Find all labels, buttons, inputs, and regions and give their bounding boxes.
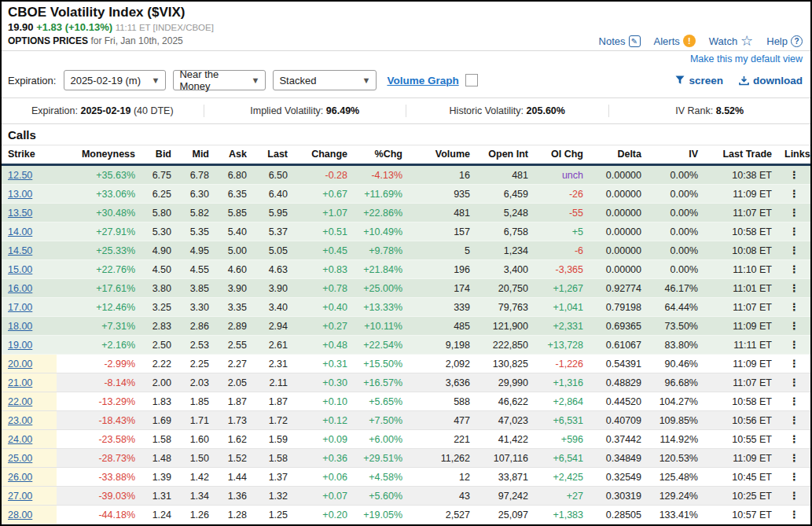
last-price: 19.90 [8,21,34,33]
moneyness-select-value: Near the Money [179,68,243,92]
open-int-cell: 41,422 [476,430,535,449]
strike-link[interactable]: 21.00 [8,377,32,388]
row-menu-kebab-icon[interactable]: ⋮ [789,169,799,181]
bid-cell: 1.24 [141,506,178,524]
pct-chg-cell: +25.00% [354,279,409,298]
strike-link: 16.00 [2,279,57,298]
strike-link[interactable]: 19.00 [8,340,32,351]
moneyness-cell: -13.29% [57,392,141,411]
column-header-iv[interactable]: IV [648,145,704,165]
volume-graph-checkbox[interactable] [465,74,478,86]
links-cell: ⋮ [778,430,810,449]
column-header-delta[interactable]: Delta [590,145,648,165]
strike-link[interactable]: 24.00 [8,434,32,445]
ask-cell: 3.90 [215,279,253,298]
help-button[interactable]: Help ? [766,35,803,47]
pct-chg-cell: +16.57% [354,373,409,392]
row-menu-kebab-icon[interactable]: ⋮ [789,226,799,237]
strike-link: 14.00 [2,223,57,241]
bid-cell: 1.39 [141,468,178,487]
strike-link[interactable]: 12.50 [8,170,32,181]
row-menu-kebab-icon[interactable]: ⋮ [789,188,799,200]
row-menu-kebab-icon[interactable]: ⋮ [789,452,799,464]
row-menu-kebab-icon[interactable]: ⋮ [789,490,799,502]
column-header-last_trade[interactable]: Last Trade [704,145,778,165]
column-header-change[interactable]: Change [294,145,354,165]
bid-cell: 3.80 [141,279,178,298]
strike-link[interactable]: 23.00 [8,415,32,426]
row-menu-kebab-icon[interactable]: ⋮ [789,207,799,219]
oi-chg-cell: unch [535,165,590,185]
column-header-bid[interactable]: Bid [141,145,178,165]
strike-link[interactable]: 16.00 [8,283,32,294]
expiration-select[interactable]: 2025-02-19 (m) ▼ [64,70,166,90]
view-select[interactable]: Stacked ▼ [273,70,377,90]
watch-button[interactable]: Watch ☆ [709,35,754,47]
strike-link[interactable]: 26.00 [8,472,32,483]
moneyness-select[interactable]: Near the Money ▼ [173,70,266,90]
links-cell: ⋮ [778,411,810,430]
strike-link: 25.00 [2,449,57,468]
column-header-pct_chg[interactable]: %Chg [354,145,409,165]
row-menu-kebab-icon[interactable]: ⋮ [789,282,799,294]
volume-cell: 935 [409,185,476,204]
mid-cell: 3.30 [178,298,215,317]
strike-link[interactable]: 20.00 [8,359,32,370]
moneyness-cell: -39.03% [57,487,141,506]
volume-graph-link[interactable]: Volume Graph [387,75,458,86]
row-menu-kebab-icon[interactable]: ⋮ [789,471,799,483]
strike-link[interactable]: 28.00 [8,509,32,520]
column-header-strike[interactable]: Strike [2,145,57,165]
strike-link[interactable]: 13.50 [8,208,32,219]
iv-cell: 120.53% [648,449,704,468]
column-header-oi_chg[interactable]: OI Chg [535,145,590,165]
notes-button[interactable]: Notes ✎ [599,35,641,47]
default-view-link[interactable]: Make this my default view [690,53,803,64]
row-menu-kebab-icon[interactable]: ⋮ [789,395,799,407]
column-header-last[interactable]: Last [253,145,294,165]
strike-link[interactable]: 14.00 [8,226,32,237]
strike-link[interactable]: 15.00 [8,264,32,275]
ask-cell: 1.62 [215,430,253,449]
summary-hv-value: 205.60% [527,105,565,116]
row-menu-kebab-icon[interactable]: ⋮ [789,339,799,351]
row-menu-kebab-icon[interactable]: ⋮ [789,320,799,332]
column-header-moneyness[interactable]: Moneyness [57,145,141,165]
strike-link[interactable]: 14.50 [8,245,32,256]
strike-link[interactable]: 13.00 [8,189,32,200]
strike-link[interactable]: 22.00 [8,396,32,407]
strike-link[interactable]: 17.00 [8,302,32,313]
row-menu-kebab-icon[interactable]: ⋮ [789,433,799,445]
column-header-open_int[interactable]: Open Int [476,145,535,165]
column-header-volume[interactable]: Volume [409,145,476,165]
row-menu-kebab-icon[interactable]: ⋮ [789,263,799,275]
strike-link[interactable]: 18.00 [8,321,32,332]
row-menu-kebab-icon[interactable]: ⋮ [789,245,799,256]
column-header-ask[interactable]: Ask [215,145,253,165]
pct-chg-cell: +22.86% [354,204,409,223]
mid-cell: 1.34 [178,487,215,506]
moneyness-cell: -23.58% [57,430,141,449]
alerts-button[interactable]: Alerts ! [654,35,696,47]
volume-cell: 485 [409,317,476,336]
column-header-mid[interactable]: Mid [178,145,215,165]
row-menu-kebab-icon[interactable]: ⋮ [789,301,799,313]
row-menu-kebab-icon[interactable]: ⋮ [789,414,799,426]
summary-implied-volatility: Implied Volatility: 96.49% [204,105,406,117]
strike-link[interactable]: 25.00 [8,453,32,464]
column-header-links[interactable]: Links [778,145,810,165]
summary-ivrank-value: 8.52% [716,105,744,116]
delta-cell: 0.48829 [590,373,648,392]
strike-link[interactable]: 27.00 [8,491,32,502]
row-menu-kebab-icon[interactable]: ⋮ [789,358,799,370]
last-trade-cell: 11:07 ET [704,298,778,317]
download-button[interactable]: download [739,75,803,86]
ask-cell: 1.52 [215,449,253,468]
pct-chg-cell: +21.84% [354,260,409,279]
bid-cell: 2.83 [141,317,178,336]
row-menu-kebab-icon[interactable]: ⋮ [789,377,799,388]
screen-button[interactable]: screen [675,75,723,86]
ask-cell: 5.40 [215,223,253,241]
row-menu-kebab-icon[interactable]: ⋮ [789,509,799,520]
oi-chg-cell: +27 [535,487,590,506]
